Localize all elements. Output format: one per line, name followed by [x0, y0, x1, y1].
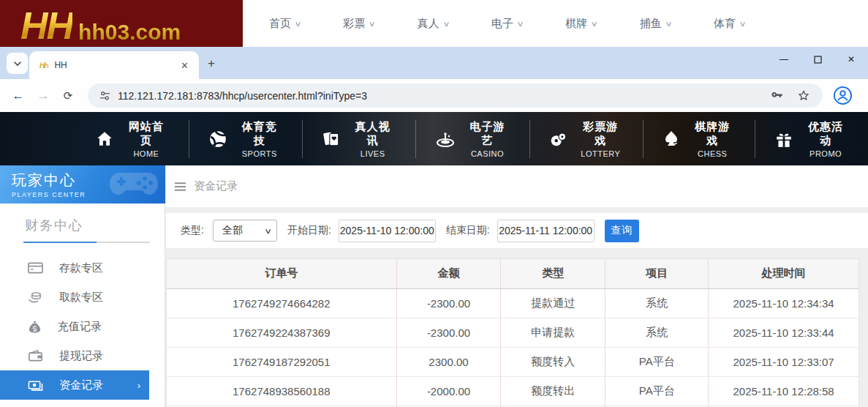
forward-button[interactable]: →	[31, 83, 56, 108]
gamepad-icon	[107, 168, 161, 204]
password-key-icon[interactable]	[770, 89, 785, 103]
ball-icon	[208, 130, 227, 149]
col-project: 项目	[605, 259, 709, 288]
cell-order-no: 1762749224387369	[167, 318, 396, 347]
sidebar-item-withdraw-zone[interactable]: 取款专区	[0, 283, 165, 312]
cell-type: 额度转入	[501, 347, 605, 376]
hamburger-menu-icon[interactable]	[174, 182, 186, 192]
tab-title: HH	[54, 60, 178, 70]
cell-order-no: 1762748938560188	[167, 376, 396, 406]
sidebar-item-recharge-records[interactable]: 充值记录	[0, 312, 165, 341]
game-nav-casino[interactable]: 电子游艺 CASINO	[415, 120, 530, 158]
table-header-row: 订单号 金额 类型 项目 处理时间	[167, 259, 858, 288]
lotto-balls-icon	[549, 130, 568, 149]
cell-process-time: 2025-11-10 12:34:34	[709, 288, 858, 318]
chevron-down-icon: ∨	[739, 20, 747, 28]
top-nav-slots[interactable]: 电子 ∨	[491, 17, 523, 31]
game-nav-lives[interactable]: 真人视讯 LIVES	[302, 120, 415, 158]
site-settings-icon[interactable]	[99, 90, 110, 101]
cell-order-no: 1762749274664282	[167, 288, 396, 318]
cell-project: 系统	[605, 318, 709, 347]
tab-close-icon[interactable]: ✕	[178, 59, 192, 72]
chevron-down-icon: ∨	[369, 20, 376, 28]
top-nav-sports[interactable]: 体育 ∨	[714, 17, 745, 31]
game-nav-chess[interactable]: 棋牌游戏 CHESS	[643, 120, 755, 158]
game-nav-en: PROMO	[802, 149, 849, 158]
page-title: 资金记录	[194, 179, 238, 193]
minimize-button[interactable]: —	[767, 47, 801, 72]
gift-icon	[774, 130, 793, 149]
cell-process-time: 2025-11-10 12:33:07	[709, 347, 858, 376]
maximize-icon	[814, 56, 822, 64]
back-button[interactable]: ←	[6, 83, 31, 108]
game-nav-sports[interactable]: 体育竞技 SPORTS	[189, 120, 302, 158]
browser-toolbar: ← → ⟳ 112.121.172.181:8783/hhcp/usercent…	[0, 79, 868, 112]
site-logo[interactable]: HH hh03.com	[0, 0, 243, 47]
cell-process-time: 2025-11-10 12:28:58	[709, 376, 858, 406]
game-nav-en: HOME	[123, 149, 170, 158]
sidebar-item-lottery-bet-details[interactable]: 彩票下注明细	[0, 400, 165, 407]
top-nav: 首页 ∨ 彩票 ∨ 真人 ∨ 电子 ∨ 棋牌 ∨ 捕鱼 ∨ 体育 ∨	[269, 0, 745, 47]
sidebar-item-withdrawal-records[interactable]: 提现记录	[0, 341, 165, 370]
game-nav-zh: 体育竞技	[236, 120, 283, 148]
tab-search-button[interactable]	[7, 53, 28, 74]
col-process-time: 处理时间	[709, 259, 858, 288]
sidebar-item-label: 存款专区	[59, 261, 103, 275]
col-type: 类型	[501, 259, 605, 288]
close-window-button[interactable]: ✕	[834, 47, 868, 72]
main-panel: 资金记录 类型: 全部 ∨ 开始日期: 2025-11-10 12:00:00 …	[166, 165, 868, 407]
home-icon	[95, 130, 114, 149]
wallet-icon	[28, 349, 43, 362]
top-nav-live[interactable]: 真人 ∨	[418, 17, 449, 31]
cell-type: 申请提款	[501, 318, 605, 347]
type-select-value: 全部	[222, 224, 243, 237]
sidebar-item-label: 提现记录	[59, 349, 103, 363]
game-nav-promo[interactable]: 优惠活动 PROMO	[755, 120, 868, 158]
search-button[interactable]: 查询	[605, 220, 639, 242]
table-row: 1762748938560188 -2000.00 额度转出 PA平台 2025…	[167, 376, 858, 406]
top-nav-chess[interactable]: 棋牌 ∨	[565, 17, 597, 31]
cell-type: 额度转出	[501, 376, 605, 406]
col-order-no: 订单号	[167, 259, 396, 288]
cell-amount: -2300.00	[396, 288, 501, 318]
bookmark-star-icon[interactable]	[796, 89, 811, 103]
game-nav-lottery[interactable]: 彩票游戏 LOTTERY	[529, 120, 643, 158]
chevron-down-icon	[13, 59, 22, 68]
game-nav-zh: 真人视讯	[350, 120, 396, 148]
new-tab-button[interactable]: +	[208, 56, 215, 71]
end-date-input[interactable]: 2025-11-11 12:00:00	[497, 220, 595, 242]
chevron-down-icon: ∨	[442, 20, 450, 28]
roulette-icon	[435, 130, 456, 149]
type-select[interactable]: 全部 ∨	[213, 220, 277, 242]
browser-tab[interactable]: HH HH ✕	[29, 51, 199, 79]
game-nav-en: LIVES	[350, 149, 396, 158]
game-nav-zh: 优惠活动	[802, 120, 849, 148]
cell-project: PA平台	[605, 376, 709, 406]
sidebar-item-label: 充值记录	[58, 320, 102, 334]
game-nav-en: LOTTERY	[577, 149, 624, 158]
spade-icon	[663, 130, 680, 149]
filter-panel: 类型: 全部 ∨ 开始日期: 2025-11-10 12:00:00 结束日期:…	[166, 213, 868, 248]
hand-money-icon	[28, 291, 43, 304]
top-nav-home[interactable]: 首页 ∨	[269, 17, 301, 31]
end-date-label: 结束日期:	[446, 224, 490, 237]
game-nav-en: CASINO	[464, 149, 511, 158]
start-date-input[interactable]: 2025-11-10 12:00:00	[339, 220, 436, 242]
chevron-down-icon: ∨	[591, 20, 598, 28]
top-nav-lottery[interactable]: 彩票 ∨	[343, 17, 374, 31]
reload-button[interactable]: ⟳	[56, 83, 80, 108]
finance-center-heading: 财务中心	[25, 217, 165, 234]
game-nav-zh: 网站首页	[123, 120, 170, 148]
url-text[interactable]: 112.121.172.181:8783/hhcp/usercenter.htm…	[118, 90, 770, 102]
sidebar-item-fund-records[interactable]: 资金记录 ›	[0, 370, 149, 400]
sidebar-item-deposit-zone[interactable]: 存款专区	[0, 253, 165, 283]
address-bar[interactable]: 112.121.172.181:8783/hhcp/usercenter.htm…	[88, 83, 823, 108]
cards-icon	[322, 130, 341, 149]
profile-avatar-icon[interactable]	[833, 86, 853, 105]
game-nav-zh: 电子游艺	[464, 120, 511, 148]
top-nav-fishing[interactable]: 捕鱼 ∨	[640, 17, 671, 31]
browser-tab-strip: HH HH ✕ + — ✕	[0, 47, 868, 79]
game-nav-en: CHESS	[689, 149, 736, 158]
game-nav-home[interactable]: 网站首页 HOME	[76, 120, 189, 158]
maximize-button[interactable]	[801, 47, 834, 72]
